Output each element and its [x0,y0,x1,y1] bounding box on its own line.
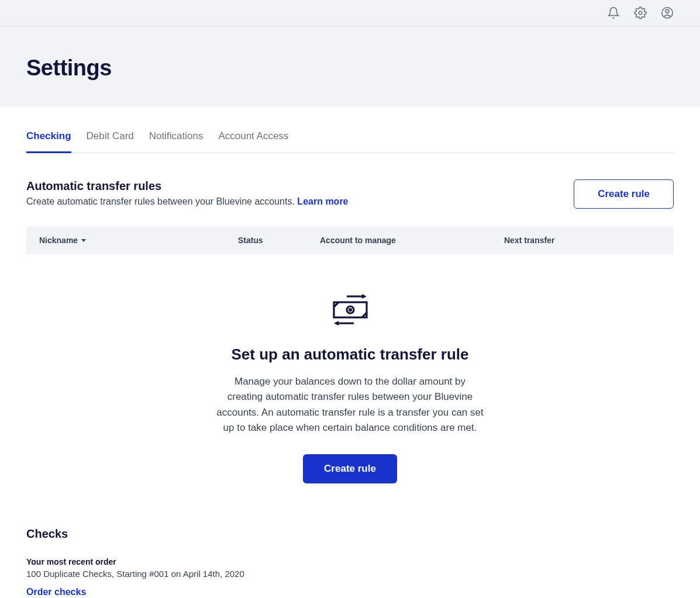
svg-marker-9 [334,321,339,326]
create-rule-button-solid[interactable]: Create rule [303,454,397,483]
svg-marker-7 [362,294,367,299]
tab-checking[interactable]: Checking [26,130,71,153]
recent-order-label: Your most recent order [26,557,674,566]
create-rule-button-outline[interactable]: Create rule [574,179,674,209]
column-next-transfer[interactable]: Next transfer [504,236,661,245]
tab-debit-card[interactable]: Debit Card [87,130,134,153]
recent-order-description: 100 Duplicate Checks, Starting #001 on A… [26,569,674,579]
table-header: Nickname Status Account to manage Next t… [26,226,674,254]
svg-point-2 [665,9,669,13]
checks-heading: Checks [26,527,674,541]
header-section: Settings [0,26,700,107]
column-status[interactable]: Status [238,236,320,245]
transfer-description: Create automatic transfer rules between … [26,196,349,207]
column-account[interactable]: Account to manage [320,236,504,245]
page-title: Settings [26,56,674,81]
tab-account-access[interactable]: Account Access [218,130,288,153]
transfer-icon [192,289,508,334]
sort-caret-icon [81,239,86,242]
user-icon[interactable] [661,6,674,19]
order-checks-link[interactable]: Order checks [26,587,86,597]
empty-state-description: Manage your balances down to the dollar … [216,374,485,435]
top-bar [0,0,700,26]
tabs: Checking Debit Card Notifications Accoun… [26,107,674,153]
gear-icon[interactable] [634,6,647,19]
svg-point-5 [349,309,351,311]
svg-point-0 [639,11,642,15]
transfer-section-header: Automatic transfer rules Create automati… [26,179,674,209]
learn-more-link[interactable]: Learn more [297,196,348,206]
empty-state: Set up an automatic transfer rule Manage… [192,254,508,507]
bell-icon[interactable] [607,6,620,19]
column-nickname[interactable]: Nickname [39,236,238,245]
checks-section: Checks Your most recent order 100 Duplic… [26,527,674,597]
main-content: Checking Debit Card Notifications Accoun… [0,107,700,598]
tab-notifications[interactable]: Notifications [149,130,204,153]
transfer-heading: Automatic transfer rules [26,179,349,193]
empty-state-title: Set up an automatic transfer rule [192,345,508,364]
